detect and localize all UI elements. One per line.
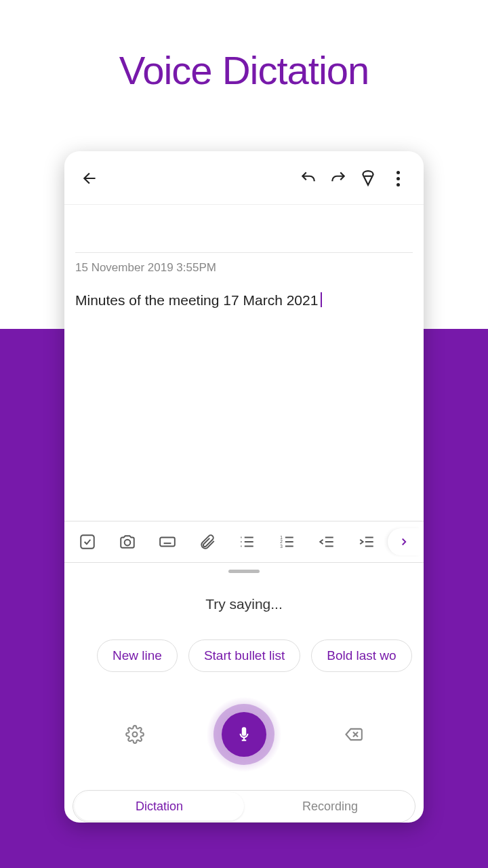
undo-icon — [300, 170, 317, 187]
dictation-prompt: Try saying... — [205, 596, 283, 612]
suggestion-chip[interactable]: New line — [97, 639, 178, 672]
redo-button[interactable] — [323, 163, 353, 193]
backspace-icon — [344, 725, 363, 744]
back-button[interactable] — [75, 163, 105, 193]
paperclip-icon — [199, 533, 216, 551]
note-body: Minutes of the meeting 17 March 2021 — [75, 292, 318, 308]
numbered-list-button[interactable]: 123 — [268, 528, 306, 555]
more-vertical-icon — [396, 171, 400, 186]
svg-rect-3 — [160, 538, 175, 547]
redo-icon — [329, 170, 347, 187]
svg-rect-1 — [81, 535, 95, 549]
keyboard-icon — [159, 533, 176, 551]
settings-button[interactable] — [120, 719, 150, 749]
microphone-icon — [235, 726, 253, 743]
more-button[interactable] — [383, 163, 413, 193]
attach-button[interactable] — [188, 528, 226, 555]
keyboard-button[interactable] — [148, 528, 187, 555]
arrow-left-icon — [81, 170, 99, 187]
tab-dictation[interactable]: Dictation — [75, 792, 244, 821]
outdent-icon — [318, 533, 336, 551]
camera-button[interactable] — [108, 528, 147, 555]
mode-tabs: Dictation Recording — [73, 790, 415, 823]
pen-button[interactable] — [353, 163, 383, 193]
gear-icon — [125, 725, 144, 744]
svg-point-27 — [132, 732, 137, 737]
outdent-button[interactable] — [308, 528, 346, 555]
format-more-button[interactable] — [387, 528, 420, 555]
checkbox-button[interactable] — [68, 528, 107, 555]
svg-point-2 — [125, 540, 131, 546]
indent-button[interactable] — [347, 528, 386, 555]
undo-button[interactable] — [293, 163, 323, 193]
tab-recording[interactable]: Recording — [245, 791, 415, 822]
mic-button[interactable] — [206, 696, 282, 772]
camera-icon — [119, 533, 136, 551]
pen-icon — [359, 170, 377, 187]
note-timestamp: 15 November 2019 3:55PM — [75, 261, 413, 275]
numbered-list-icon: 123 — [278, 533, 296, 551]
chevron-right-icon — [398, 536, 410, 548]
text-cursor — [321, 292, 322, 307]
bullet-list-button[interactable] — [228, 528, 266, 555]
svg-text:3: 3 — [280, 544, 283, 549]
app-toolbar — [64, 151, 424, 205]
format-toolbar: 123 — [64, 521, 424, 563]
checkbox-icon — [79, 533, 96, 551]
indent-icon — [358, 533, 375, 551]
dictation-panel: Try saying... New line Start bullet list… — [64, 563, 424, 823]
backspace-button[interactable] — [338, 719, 368, 749]
note-content-area[interactable]: 15 November 2019 3:55PM Minutes of the m… — [64, 205, 424, 521]
drag-handle[interactable] — [228, 570, 260, 573]
suggestion-chip[interactable]: Start bullet list — [188, 639, 300, 672]
suggestion-chip[interactable]: Bold last wo — [311, 639, 411, 672]
page-headline: Voice Dictation — [0, 0, 488, 93]
bullet-list-icon — [238, 533, 256, 551]
phone-frame: 15 November 2019 3:55PM Minutes of the m… — [64, 151, 424, 823]
suggestion-chips: New line Start bullet list Bold last wo — [64, 639, 424, 672]
